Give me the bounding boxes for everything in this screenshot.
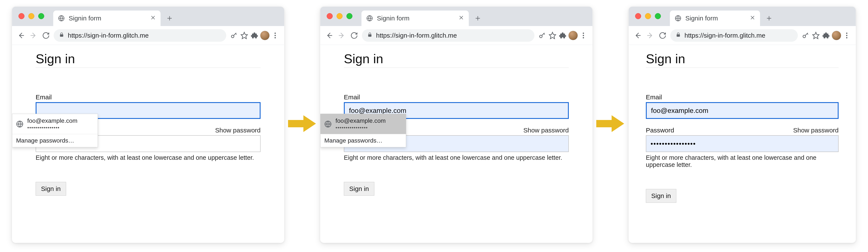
close-tab-icon[interactable] [750, 15, 755, 22]
browser-window-1: Signin form [12, 6, 284, 243]
svg-point-6 [275, 37, 276, 38]
page-title: Sign in [646, 51, 839, 68]
email-label: Email [344, 93, 360, 101]
close-window-button[interactable] [635, 13, 641, 19]
svg-rect-17 [677, 34, 680, 36]
signin-button[interactable]: Sign in [344, 182, 374, 196]
profile-avatar[interactable] [260, 31, 270, 40]
star-icon[interactable] [240, 31, 249, 40]
svg-point-21 [846, 35, 847, 36]
reload-button[interactable] [349, 31, 359, 40]
menu-icon[interactable] [579, 31, 588, 40]
new-tab-button[interactable] [473, 13, 483, 23]
svg-rect-9 [368, 34, 371, 36]
extensions-icon[interactable] [822, 31, 831, 40]
maximize-window-button[interactable] [38, 13, 44, 19]
svg-point-4 [275, 32, 276, 34]
manage-passwords-link[interactable]: Manage passwords… [320, 134, 406, 147]
tab-title: Signin form [377, 15, 455, 22]
extensions-icon[interactable] [558, 31, 567, 40]
password-helper: Eight or more characters, with at least … [36, 154, 260, 161]
svg-point-2 [231, 35, 234, 38]
browser-window-2: Signin form [320, 6, 593, 243]
autofill-dropdown: foo@example.com •••••••••••••••• Manage … [320, 114, 406, 147]
close-tab-icon[interactable] [150, 15, 156, 22]
menu-icon[interactable] [271, 31, 280, 40]
lock-icon [367, 32, 373, 39]
password-helper: Eight or more characters, with at least … [646, 154, 839, 168]
show-password-toggle[interactable]: Show password [215, 127, 260, 134]
signin-button[interactable]: Sign in [646, 189, 676, 203]
svg-point-10 [539, 35, 542, 38]
minimize-window-button[interactable] [645, 13, 651, 19]
url-input[interactable] [376, 32, 529, 39]
browser-tab[interactable]: Signin form [670, 10, 760, 26]
reload-button[interactable] [658, 31, 667, 40]
email-label: Email [646, 93, 662, 101]
profile-avatar[interactable] [832, 31, 841, 40]
address-bar[interactable] [362, 29, 534, 42]
back-button[interactable] [633, 31, 643, 40]
window-controls [635, 13, 661, 19]
new-tab-button[interactable] [764, 13, 774, 23]
close-tab-icon[interactable] [459, 15, 464, 22]
page-content: Sign in Email Password Show password Eig… [12, 45, 284, 208]
autofill-dropdown: foo@example.com •••••••••••••••• Manage … [12, 114, 98, 147]
address-bar[interactable] [670, 29, 798, 42]
close-window-button[interactable] [327, 13, 333, 19]
svg-point-14 [583, 37, 584, 38]
star-icon[interactable] [811, 31, 820, 40]
browser-window-3: Signin form [628, 6, 856, 243]
svg-marker-3 [241, 32, 247, 39]
forward-button[interactable] [645, 31, 655, 40]
reload-button[interactable] [41, 31, 51, 40]
globe-icon [324, 120, 332, 128]
key-icon[interactable] [801, 31, 810, 40]
window-controls [19, 13, 44, 19]
autofill-suggestion[interactable]: foo@example.com •••••••••••••••• [320, 114, 406, 134]
forward-button[interactable] [337, 31, 346, 40]
page-title: Sign in [344, 51, 569, 68]
svg-point-12 [583, 32, 584, 34]
password-helper: Eight or more characters, with at least … [344, 154, 569, 161]
show-password-toggle[interactable]: Show password [793, 127, 839, 134]
new-tab-button[interactable] [165, 13, 174, 23]
close-window-button[interactable] [19, 13, 25, 19]
tab-title: Signin form [685, 15, 746, 22]
minimize-window-button[interactable] [337, 13, 343, 19]
tab-strip: Signin form [320, 7, 592, 26]
key-icon[interactable] [537, 31, 547, 40]
extensions-icon[interactable] [250, 31, 259, 40]
star-icon[interactable] [548, 31, 557, 40]
autofill-email: foo@example.com [336, 117, 386, 124]
address-bar[interactable] [54, 29, 226, 42]
signin-button[interactable]: Sign in [36, 182, 66, 196]
browser-tab[interactable]: Signin form [53, 10, 160, 26]
url-input[interactable] [684, 32, 793, 39]
menu-icon[interactable] [842, 31, 851, 40]
autofill-password-mask: •••••••••••••••• [27, 124, 78, 131]
tab-strip: Signin form [629, 7, 856, 26]
maximize-window-button[interactable] [346, 13, 352, 19]
back-button[interactable] [16, 31, 26, 40]
browser-tab[interactable]: Signin form [362, 10, 469, 26]
email-label: Email [36, 93, 52, 101]
email-input[interactable] [646, 102, 839, 119]
key-icon[interactable] [229, 31, 239, 40]
autofill-password-mask: •••••••••••••••• [336, 124, 386, 131]
maximize-window-button[interactable] [655, 13, 661, 19]
password-input[interactable] [646, 135, 839, 152]
minimize-window-button[interactable] [28, 13, 34, 19]
toolbar [12, 26, 284, 45]
svg-point-22 [846, 37, 847, 38]
show-password-toggle[interactable]: Show password [523, 127, 569, 134]
url-input[interactable] [68, 32, 221, 39]
globe-icon [16, 120, 23, 128]
forward-button[interactable] [29, 31, 38, 40]
toolbar [320, 26, 592, 45]
manage-passwords-link[interactable]: Manage passwords… [12, 134, 98, 147]
lock-icon [59, 32, 64, 39]
back-button[interactable] [324, 31, 334, 40]
autofill-suggestion[interactable]: foo@example.com •••••••••••••••• [12, 114, 98, 134]
profile-avatar[interactable] [568, 31, 578, 40]
